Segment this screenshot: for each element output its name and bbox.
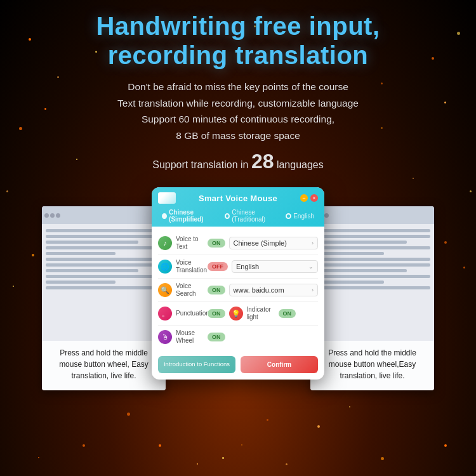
doc-line xyxy=(314,286,430,289)
right-doc-caption: Press and hold the middle mouse button w… xyxy=(310,341,434,390)
doc-line xyxy=(314,241,407,244)
voice-to-text-row: ♪ Voice to Text ON Chinese (Simple) › xyxy=(158,232,318,255)
voice-search-icon: 🔍 xyxy=(158,283,172,297)
doc-line xyxy=(314,246,430,249)
tab-label-1: Chinese (Traditional) xyxy=(232,209,279,223)
right-caption-text: Press and hold the middle mouse button w… xyxy=(328,348,416,380)
support-line: Support translation in 28 languages xyxy=(152,150,324,173)
indicator-light-toggle[interactable]: ON xyxy=(279,309,296,318)
dialog-body: ♪ Voice to Text ON Chinese (Simple) › 🌐 … xyxy=(152,227,324,352)
doc-line xyxy=(314,258,430,261)
voice-translation-label: Voice Translation xyxy=(176,259,204,274)
indicator-light-icon: 💡 xyxy=(229,307,243,321)
doc-line xyxy=(46,258,162,261)
voice-search-label: Voice Search xyxy=(176,282,204,298)
mouse-wheel-icon: 🖱 xyxy=(158,330,172,344)
subtitle-line4: 8 GB of mass storage space xyxy=(117,128,359,144)
toolbar-dot-2 xyxy=(50,213,55,218)
voice-to-text-toggle[interactable]: ON xyxy=(208,239,225,248)
doc-line xyxy=(314,269,407,272)
doc-line xyxy=(46,275,162,278)
dialog-footer: Introduction to Functions Confirm xyxy=(152,352,324,379)
doc-line xyxy=(46,281,116,284)
right-toolbar xyxy=(310,206,434,224)
punctuation-icon: 。 xyxy=(158,307,172,321)
doc-line xyxy=(314,263,430,267)
tab-label-2: English xyxy=(293,213,314,220)
voice-to-text-value-text: Chinese (Simple) xyxy=(234,239,287,247)
radio-dot-2 xyxy=(225,213,230,219)
radio-dot-3 xyxy=(286,213,291,219)
doc-line xyxy=(46,269,138,272)
main-content: Handwriting free input, recording transl… xyxy=(0,0,476,476)
dialog-title-row: Smart Voice Mouse − × xyxy=(158,192,318,204)
doc-line xyxy=(46,235,162,238)
dialog-controls[interactable]: − × xyxy=(300,194,318,202)
doc-line xyxy=(314,235,430,238)
support-number: 28 xyxy=(251,150,274,173)
voice-translation-toggle[interactable]: OFF xyxy=(208,262,228,271)
intro-functions-label: Introduction to Functions xyxy=(164,360,230,367)
doc-line xyxy=(46,286,162,289)
doc-line xyxy=(46,252,116,255)
mouse-wheel-label: Mouse Wheel xyxy=(176,329,204,345)
punctuation-label: Punctuation xyxy=(176,310,204,317)
subtitle: Don't be afraid to miss the key points o… xyxy=(117,79,359,143)
voice-to-text-label: Voice to Text xyxy=(176,235,204,251)
subtitle-line3: Support 60 minutes of continuous recordi… xyxy=(117,111,359,128)
dialog-minimize-button[interactable]: − xyxy=(300,194,308,202)
confirm-label: Confirm xyxy=(267,361,291,368)
doc-line xyxy=(46,241,138,244)
punctuation-toggle[interactable]: ON xyxy=(208,309,225,318)
voice-search-toggle[interactable]: ON xyxy=(208,286,225,294)
panels-row: Press and hold the middle mouse button w… xyxy=(0,187,476,390)
subtitle-line1: Don't be afraid to miss the key points o… xyxy=(117,79,359,95)
voice-translation-value[interactable]: English ⌄ xyxy=(232,260,318,273)
voice-search-row: 🔍 Voice Search ON www. baidu.com › xyxy=(158,279,318,302)
left-doc-body xyxy=(42,224,166,294)
indicator-light-label: Indicator light xyxy=(247,306,275,321)
dialog-logo-icon xyxy=(158,192,176,204)
intro-functions-button[interactable]: Introduction to Functions xyxy=(158,356,235,373)
dialog-header: Smart Voice Mouse − × xyxy=(152,187,324,227)
tab-english[interactable]: English xyxy=(286,209,314,223)
title-line2: recording translation xyxy=(96,41,380,70)
mouse-wheel-row: 🖱 Mouse Wheel ON xyxy=(158,326,318,348)
support-prefix: Support translation in xyxy=(152,159,251,170)
left-doc-panel: Press and hold the middle mouse button w… xyxy=(42,206,166,390)
smart-voice-dialog: Smart Voice Mouse − × xyxy=(152,187,324,379)
doc-line xyxy=(46,263,162,267)
voice-search-value[interactable]: www. baidu.com › xyxy=(229,284,319,296)
doc-line xyxy=(46,229,162,232)
dialog-tabs: Chinese (Simplified) Chinese (Traditiona… xyxy=(158,206,318,227)
voice-search-value-text: www. baidu.com xyxy=(234,286,284,294)
doc-line xyxy=(314,229,430,232)
indicator-light-group: 💡 Indicator light ON xyxy=(229,306,319,321)
toolbar-dot-1 xyxy=(44,213,49,218)
dialog-title: Smart Voice Mouse xyxy=(176,194,300,203)
voice-to-text-value[interactable]: Chinese (Simple) › xyxy=(229,237,319,249)
right-doc-panel: Press and hold the middle mouse button w… xyxy=(310,206,434,390)
title-line1: Handwriting free input, xyxy=(96,11,380,41)
tab-chinese-simplified[interactable]: Chinese (Simplified) xyxy=(162,209,218,223)
dialog-close-button[interactable]: × xyxy=(310,194,318,202)
tab-chinese-traditional[interactable]: Chinese (Traditional) xyxy=(225,209,279,223)
confirm-button[interactable]: Confirm xyxy=(241,356,318,373)
chevron-icon: ⌄ xyxy=(308,263,314,270)
punctuation-row: 。 Punctuation ON 💡 Indicator light ON xyxy=(158,302,318,326)
right-doc-body xyxy=(310,224,434,294)
left-toolbar xyxy=(42,206,166,224)
dialog-wrap: Smart Voice Mouse − × xyxy=(152,187,324,379)
voice-translation-row: 🌐 Voice Translation OFF English ⌄ xyxy=(158,255,318,279)
main-title: Handwriting free input, recording transl… xyxy=(96,11,380,70)
mouse-wheel-toggle[interactable]: ON xyxy=(208,333,225,341)
chevron-icon: › xyxy=(312,240,314,246)
radio-dot-1 xyxy=(162,213,167,219)
tab-label-0: Chinese (Simplified) xyxy=(169,209,218,223)
voice-translation-icon: 🌐 xyxy=(158,260,172,274)
doc-line xyxy=(314,275,430,278)
toolbar-dot-3 xyxy=(324,213,329,218)
left-caption-text: Press and hold the middle mouse button w… xyxy=(59,348,149,380)
voice-to-text-icon: ♪ xyxy=(158,236,172,250)
doc-line xyxy=(314,281,384,284)
